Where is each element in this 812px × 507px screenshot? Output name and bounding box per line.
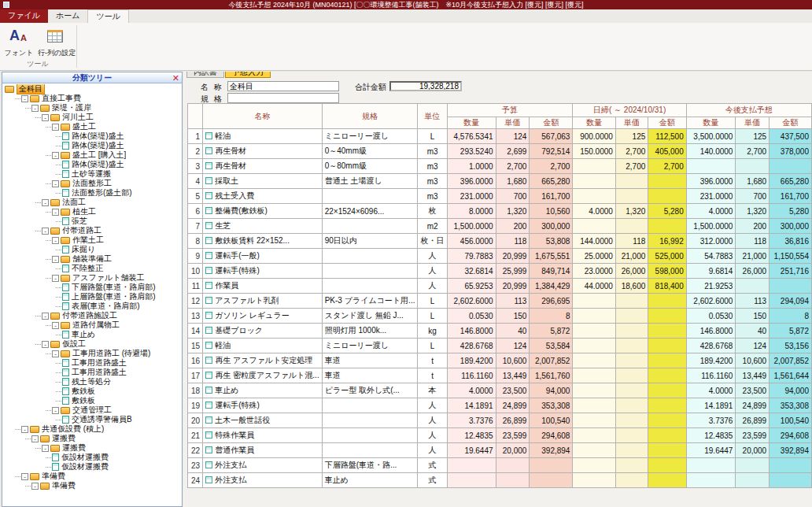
- tree-item[interactable]: -交通管理工: [2, 405, 182, 415]
- cell-closing-price[interactable]: 26,000: [615, 264, 648, 279]
- table-row[interactable]: 8敷鉄板賃料 22×152...90日以内枚・日456.000011853,80…: [188, 234, 812, 249]
- tree-item[interactable]: -法面整形工: [2, 179, 182, 188]
- tree-item[interactable]: 床掘り: [2, 245, 182, 254]
- cell-spec[interactable]: ピラー型 取外し式(...: [322, 383, 418, 398]
- tree-item[interactable]: 路体(築堤)盛土: [2, 141, 182, 150]
- cell-forecast-qty[interactable]: 9.6814: [686, 264, 736, 279]
- cell-closing-price[interactable]: [615, 383, 648, 398]
- tree-item[interactable]: 残土等処分: [2, 377, 182, 387]
- cell-forecast-price[interactable]: 21,000: [736, 249, 770, 264]
- cell-unit[interactable]: L: [418, 294, 447, 309]
- cell-budget-price[interactable]: 20,999: [496, 279, 530, 294]
- expand-toggle-icon[interactable]: -: [42, 199, 49, 206]
- cell-name[interactable]: 再生 アスファルト安定処理: [203, 353, 323, 368]
- cell-budget-price[interactable]: 200: [496, 219, 530, 234]
- cell-unit[interactable]: L: [418, 129, 447, 144]
- cell-forecast-qty[interactable]: [686, 159, 736, 174]
- cell-spec[interactable]: 車道: [322, 353, 418, 368]
- cell-closing-amount[interactable]: 525,000: [648, 249, 686, 264]
- expand-toggle-icon[interactable]: -: [52, 256, 59, 263]
- cell-closing-price[interactable]: 18,600: [615, 279, 648, 294]
- cell-closing-price[interactable]: [615, 324, 648, 339]
- cell-budget-price[interactable]: 2,699: [496, 144, 530, 159]
- cell-closing-qty[interactable]: 150.0000: [573, 144, 615, 159]
- table-row[interactable]: 22普通作業員人19.644720,000392,89419.644720,00…: [188, 443, 812, 458]
- cell-budget-amount[interactable]: 849,714: [530, 264, 573, 279]
- cell-forecast-qty[interactable]: 312.0000: [686, 234, 736, 249]
- tree-item[interactable]: -工事用道路工 (待避場): [2, 349, 182, 358]
- cell-budget-amount[interactable]: 53,584: [530, 339, 573, 353]
- tree-item[interactable]: 工事用道路盛土: [2, 368, 182, 377]
- cell-forecast-amount[interactable]: [770, 159, 812, 174]
- cell-closing-qty[interactable]: [573, 443, 615, 458]
- name-input[interactable]: [227, 81, 339, 91]
- cell-budget-price[interactable]: [496, 473, 530, 488]
- cell-name[interactable]: 外注支払: [203, 458, 323, 473]
- cell-budget-amount[interactable]: 792,514: [530, 144, 573, 159]
- cell-name[interactable]: 運転手(特殊): [203, 398, 323, 413]
- cell-closing-price[interactable]: [615, 473, 648, 488]
- expand-toggle-icon[interactable]: -: [52, 180, 59, 187]
- cell-closing-qty[interactable]: [573, 339, 615, 353]
- cell-budget-qty[interactable]: 189.4200: [447, 353, 496, 368]
- cell-unit[interactable]: m3: [418, 189, 447, 204]
- tab-itemized-statement[interactable]: 内訳書: [186, 72, 224, 78]
- expand-toggle-icon[interactable]: -: [31, 483, 39, 490]
- table-row[interactable]: 9運転手(一般)人79.788320,9991,675,55125.000021…: [188, 249, 812, 264]
- font-button[interactable]: AA フォント: [2, 24, 36, 61]
- tree-item[interactable]: 上層路盤(車道・路肩部): [2, 292, 182, 302]
- expand-toggle-icon[interactable]: -: [42, 445, 49, 452]
- cell-closing-amount[interactable]: [648, 174, 686, 189]
- cell-closing-price[interactable]: 2,700: [615, 159, 648, 174]
- cell-name[interactable]: 再生骨材: [203, 159, 323, 174]
- expand-toggle-icon[interactable]: -: [52, 322, 59, 329]
- cell-spec[interactable]: 0～80mm級: [322, 159, 418, 174]
- table-row[interactable]: 21特殊作業員人12.483523,599294,60812.483523,59…: [188, 428, 812, 443]
- cell-forecast-amount[interactable]: 8: [770, 309, 812, 324]
- cell-closing-price[interactable]: [615, 443, 648, 458]
- cell-forecast-amount[interactable]: 36,816: [770, 234, 812, 249]
- table-row[interactable]: 7生芝m21,500.0000200300,0001,500.000020030…: [188, 219, 812, 234]
- cell-closing-qty[interactable]: 25.0000: [573, 249, 615, 264]
- cell-name[interactable]: 整備費(敷鉄板): [203, 204, 323, 219]
- cell-closing-qty[interactable]: [573, 353, 615, 368]
- cell-closing-price[interactable]: [615, 219, 648, 234]
- cell-name[interactable]: 車止め: [203, 383, 323, 398]
- cell-forecast-amount[interactable]: 294,608: [770, 428, 812, 443]
- tree-item[interactable]: 路体(築堤)盛土: [2, 160, 182, 169]
- cell-budget-price[interactable]: 118: [496, 234, 530, 249]
- cell-spec[interactable]: [322, 428, 418, 443]
- cell-budget-price[interactable]: 23,599: [496, 428, 530, 443]
- cell-closing-price[interactable]: [615, 294, 648, 309]
- cell-closing-amount[interactable]: 598,000: [648, 264, 686, 279]
- cell-forecast-qty[interactable]: 0.0530: [686, 309, 736, 324]
- cell-forecast-amount[interactable]: 94,000: [770, 383, 812, 398]
- cell-budget-qty[interactable]: 32.6814: [447, 264, 496, 279]
- cell-unit[interactable]: 人: [418, 413, 447, 428]
- tree-item[interactable]: -法面工: [2, 198, 182, 207]
- cell-unit[interactable]: t: [418, 368, 447, 383]
- cell-forecast-price[interactable]: 23,500: [736, 383, 770, 398]
- cell-closing-amount[interactable]: [648, 353, 686, 368]
- cell-forecast-qty[interactable]: 3,500.0000: [686, 129, 736, 144]
- tab-tools[interactable]: ツール: [87, 9, 128, 23]
- cell-forecast-qty[interactable]: 14.1891: [686, 398, 736, 413]
- table-row[interactable]: 6整備費(敷鉄板)22×1524×6096...枚8.00001,32010,5…: [188, 204, 812, 219]
- cell-closing-amount[interactable]: [648, 398, 686, 413]
- tree-item[interactable]: 路体(築堤)盛土: [2, 131, 182, 141]
- cell-unit[interactable]: 人: [418, 398, 447, 413]
- tree-item[interactable]: -運搬費: [2, 443, 182, 453]
- tree-item[interactable]: -共通仮設費 (積上): [2, 424, 182, 434]
- tree-item[interactable]: 交通誘導警備員B: [2, 415, 182, 424]
- cell-closing-price[interactable]: [615, 353, 648, 368]
- cell-budget-qty[interactable]: 396.0000: [447, 174, 496, 189]
- cell-forecast-qty[interactable]: [686, 473, 736, 488]
- expand-toggle-icon[interactable]: -: [21, 95, 28, 102]
- tree-item[interactable]: 敷鉄板: [2, 387, 182, 396]
- cell-unit[interactable]: m3: [418, 144, 447, 159]
- cell-name[interactable]: 作業員: [203, 279, 323, 294]
- cell-unit[interactable]: 人: [418, 428, 447, 443]
- cell-closing-qty[interactable]: [573, 473, 615, 488]
- cell-forecast-qty[interactable]: 54.7883: [686, 249, 736, 264]
- table-row[interactable]: 3再生骨材0～80mm級m31.00002,7002,7002,7002,700: [188, 159, 812, 174]
